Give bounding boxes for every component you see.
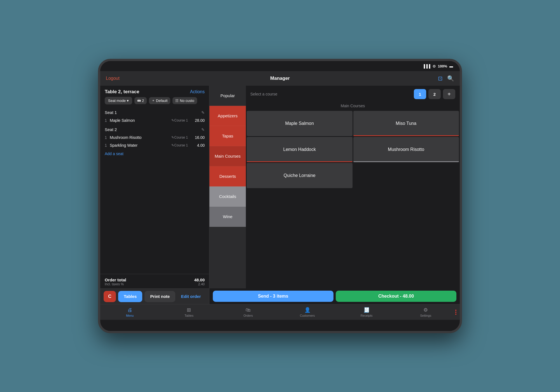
item-course: Course 1 [174, 118, 188, 122]
item-qty: 1 [105, 135, 108, 140]
customers-tab-icon: 👤 [304, 307, 311, 313]
category-appetizers[interactable]: Appetizers [209, 106, 246, 126]
actions-button[interactable]: Actions [190, 89, 205, 94]
cancel-button[interactable]: C [104, 291, 116, 302]
receipts-tab-icon: 🧾 [363, 307, 370, 313]
category-main-courses[interactable]: Main Courses [209, 146, 246, 166]
status-bar: ▐▐▐ ⊙ 100% ▬ [100, 61, 460, 71]
item-qty: 1 [105, 118, 108, 123]
category-wine[interactable]: Wine [209, 207, 246, 227]
edit-order-button[interactable]: Edit order [178, 291, 204, 302]
orders-tab-icon: 🛍 [246, 307, 251, 313]
scan-icon[interactable]: ⊡ [438, 75, 443, 82]
print-note-button[interactable]: Print note [144, 291, 175, 302]
menu-area: Popular Appetizers Tapas Main Courses De… [209, 86, 460, 288]
category-sidebar: Popular Appetizers Tapas Main Courses De… [209, 86, 246, 288]
tab-orders[interactable]: 🛍 Orders [219, 307, 278, 317]
seat-1-edit-icon[interactable]: ✎ [201, 110, 205, 115]
tab-tables[interactable]: ⊞ Tables [159, 307, 218, 317]
seat-2-label: Seat 2 [105, 127, 117, 132]
main-content: Table 2, terrace Actions Seat mode ▾ 🕶 2… [100, 86, 460, 304]
course-selector: Select a course 1 2 + [246, 86, 460, 102]
seat-mode-label: Seat mode [108, 99, 126, 103]
checkout-button[interactable]: Checkout - 48.00 [336, 291, 456, 302]
add-seat-button[interactable]: Add a seat [100, 149, 209, 158]
order-item[interactable]: 1 Sparkling Water ✎ Course 1 4.00 [100, 141, 209, 149]
menu-item-mushroom-risotto[interactable]: Mushroom Risotto [353, 137, 459, 162]
battery-icon: ▬ [449, 64, 453, 68]
logout-button[interactable]: Logout [106, 76, 120, 81]
item-course: Course 1 [174, 143, 188, 147]
settings-tab-label: Settings [420, 314, 431, 317]
menu-tab-icon: 🖨 [127, 307, 132, 313]
controls-row: Seat mode ▾ 🕶 2 ⚬ Default ☷ No custo [100, 97, 209, 107]
search-icon[interactable]: 🔍 [447, 75, 454, 82]
wifi-icon: ⊙ [433, 64, 436, 68]
action-buttons: C Tables Print note Edit order [100, 288, 209, 304]
category-popular[interactable]: Popular [209, 86, 246, 106]
header-title: Manager [270, 76, 290, 81]
item-edit-icon[interactable]: ✎ [171, 136, 174, 139]
orders-tab-label: Orders [244, 314, 253, 317]
category-desserts[interactable]: Desserts [209, 166, 246, 186]
seat-1-header: Seat 1 ✎ [100, 107, 209, 116]
tax-label: Incl. taxes % [105, 282, 124, 286]
covers-badge: 🕶 2 [134, 97, 147, 104]
order-item[interactable]: 1 Maple Salmon ✎ Course 1 28.00 [100, 116, 209, 124]
signal-icon: ▐▐▐ [423, 64, 430, 68]
course-selector-label: Select a course [250, 92, 412, 96]
no-custom-icon: ☷ [175, 99, 179, 103]
dot-3 [455, 314, 456, 315]
tables-button[interactable]: Tables [118, 291, 142, 302]
menu-item-lemon-haddock[interactable]: Lemon Haddock [247, 137, 353, 162]
item-qty: 1 [105, 143, 108, 148]
battery-label: 100% [438, 64, 447, 68]
course-2-button[interactable]: 2 [428, 89, 441, 99]
receipts-tab-label: Receipts [361, 314, 373, 317]
item-edit-icon[interactable]: ✎ [171, 143, 174, 147]
order-total-row: Order total 48.00 [105, 277, 205, 282]
tab-receipts[interactable]: 🧾 Receipts [337, 307, 396, 317]
left-panel: Table 2, terrace Actions Seat mode ▾ 🕶 2… [100, 86, 209, 304]
order-total-label: Order total [105, 277, 126, 282]
tab-settings[interactable]: ⚙ Settings [396, 307, 455, 317]
item-name: Maple Salmon [110, 118, 170, 123]
menu-item-maple-salmon[interactable]: Maple Salmon [247, 111, 353, 136]
header-icons: ⊡ 🔍 [438, 75, 454, 82]
default-label: Default [156, 99, 167, 103]
tab-customers[interactable]: 👤 Customers [278, 307, 337, 317]
right-action-buttons: Send - 3 items Checkout - 48.00 [209, 288, 460, 304]
category-tapas[interactable]: Tapas [209, 126, 246, 146]
tables-tab-icon: ⊞ [187, 307, 191, 313]
link-icon: ⚬ [152, 99, 155, 103]
menu-item-quiche-lorraine[interactable]: Quiche Lorraine [247, 163, 353, 188]
tax-row: Incl. taxes % 2.40 [105, 282, 205, 286]
course-add-button[interactable]: + [443, 89, 455, 99]
dot-2 [455, 312, 456, 313]
menu-grid: Maple Salmon Miso Tuna Lemon Haddock Mus… [246, 111, 460, 188]
no-custom-badge: ☷ No custo [172, 97, 197, 104]
seat-2-edit-icon[interactable]: ✎ [201, 127, 205, 132]
category-cocktails[interactable]: Cocktails [209, 186, 246, 207]
panel-header: Table 2, terrace Actions [100, 86, 209, 97]
item-edit-icon[interactable]: ✎ [171, 118, 174, 122]
order-item[interactable]: 1 Mushroom Risotto ✎ Course 1 16.00 [100, 134, 209, 141]
table-title: Table 2, terrace [105, 89, 139, 95]
course-1-button[interactable]: 1 [414, 89, 426, 99]
seat-mode-button[interactable]: Seat mode ▾ [105, 97, 132, 104]
send-button[interactable]: Send - 3 items [213, 291, 333, 302]
tax-value: 2.40 [198, 282, 205, 286]
section-title: Main Courses [246, 102, 460, 111]
item-course: Course 1 [174, 136, 188, 139]
tab-dots [455, 310, 458, 315]
seat-1-label: Seat 1 [105, 110, 117, 115]
menu-content: Select a course 1 2 + Main Courses Maple… [246, 86, 460, 288]
menu-tab-label: Menu [126, 314, 134, 317]
menu-item-miso-tuna[interactable]: Miso Tuna [353, 111, 459, 136]
no-custom-label: No custo [180, 99, 194, 103]
tab-menu[interactable]: 🖨 Menu [100, 307, 159, 317]
seat-mode-chevron: ▾ [127, 99, 129, 103]
item-name: Sparkling Water [110, 143, 170, 148]
order-list: Seat 1 ✎ 1 Maple Salmon ✎ Course 1 28.00… [100, 107, 209, 274]
covers-icon: 🕶 [137, 99, 141, 103]
